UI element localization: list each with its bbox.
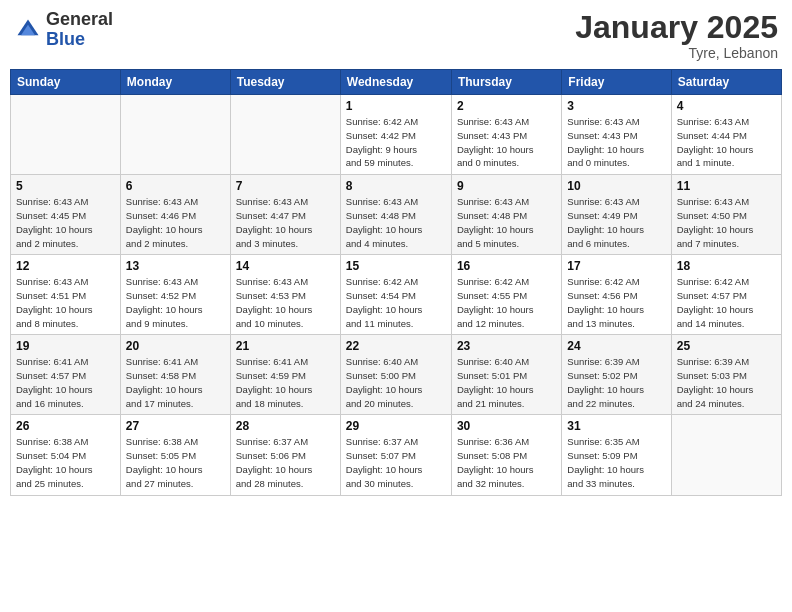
calendar-week-row: 1Sunrise: 6:42 AMSunset: 4:42 PMDaylight… bbox=[11, 95, 782, 175]
weekday-header-monday: Monday bbox=[120, 70, 230, 95]
calendar-cell: 9Sunrise: 6:43 AMSunset: 4:48 PMDaylight… bbox=[451, 175, 561, 255]
day-number: 18 bbox=[677, 259, 776, 273]
day-number: 4 bbox=[677, 99, 776, 113]
calendar-cell: 19Sunrise: 6:41 AMSunset: 4:57 PMDayligh… bbox=[11, 335, 121, 415]
day-info: Sunrise: 6:40 AMSunset: 5:00 PMDaylight:… bbox=[346, 355, 446, 410]
day-info: Sunrise: 6:43 AMSunset: 4:52 PMDaylight:… bbox=[126, 275, 225, 330]
day-info: Sunrise: 6:43 AMSunset: 4:47 PMDaylight:… bbox=[236, 195, 335, 250]
calendar-cell: 8Sunrise: 6:43 AMSunset: 4:48 PMDaylight… bbox=[340, 175, 451, 255]
logo: General Blue bbox=[14, 10, 113, 50]
day-number: 13 bbox=[126, 259, 225, 273]
day-number: 1 bbox=[346, 99, 446, 113]
calendar-cell: 13Sunrise: 6:43 AMSunset: 4:52 PMDayligh… bbox=[120, 255, 230, 335]
calendar-cell: 12Sunrise: 6:43 AMSunset: 4:51 PMDayligh… bbox=[11, 255, 121, 335]
day-info: Sunrise: 6:43 AMSunset: 4:45 PMDaylight:… bbox=[16, 195, 115, 250]
calendar-cell: 20Sunrise: 6:41 AMSunset: 4:58 PMDayligh… bbox=[120, 335, 230, 415]
day-number: 31 bbox=[567, 419, 665, 433]
day-number: 3 bbox=[567, 99, 665, 113]
day-info: Sunrise: 6:41 AMSunset: 4:58 PMDaylight:… bbox=[126, 355, 225, 410]
calendar-week-row: 5Sunrise: 6:43 AMSunset: 4:45 PMDaylight… bbox=[11, 175, 782, 255]
calendar-cell: 30Sunrise: 6:36 AMSunset: 5:08 PMDayligh… bbox=[451, 415, 561, 495]
day-info: Sunrise: 6:38 AMSunset: 5:05 PMDaylight:… bbox=[126, 435, 225, 490]
calendar-cell: 21Sunrise: 6:41 AMSunset: 4:59 PMDayligh… bbox=[230, 335, 340, 415]
day-number: 14 bbox=[236, 259, 335, 273]
calendar-cell: 7Sunrise: 6:43 AMSunset: 4:47 PMDaylight… bbox=[230, 175, 340, 255]
calendar-cell bbox=[11, 95, 121, 175]
day-info: Sunrise: 6:43 AMSunset: 4:44 PMDaylight:… bbox=[677, 115, 776, 170]
day-number: 10 bbox=[567, 179, 665, 193]
day-info: Sunrise: 6:42 AMSunset: 4:55 PMDaylight:… bbox=[457, 275, 556, 330]
weekday-header-tuesday: Tuesday bbox=[230, 70, 340, 95]
calendar-cell: 28Sunrise: 6:37 AMSunset: 5:06 PMDayligh… bbox=[230, 415, 340, 495]
calendar-cell: 1Sunrise: 6:42 AMSunset: 4:42 PMDaylight… bbox=[340, 95, 451, 175]
day-info: Sunrise: 6:38 AMSunset: 5:04 PMDaylight:… bbox=[16, 435, 115, 490]
logo-general-text: General bbox=[46, 9, 113, 29]
day-number: 19 bbox=[16, 339, 115, 353]
calendar-cell: 14Sunrise: 6:43 AMSunset: 4:53 PMDayligh… bbox=[230, 255, 340, 335]
calendar-cell: 31Sunrise: 6:35 AMSunset: 5:09 PMDayligh… bbox=[562, 415, 671, 495]
calendar-cell: 18Sunrise: 6:42 AMSunset: 4:57 PMDayligh… bbox=[671, 255, 781, 335]
day-info: Sunrise: 6:43 AMSunset: 4:51 PMDaylight:… bbox=[16, 275, 115, 330]
calendar-cell: 25Sunrise: 6:39 AMSunset: 5:03 PMDayligh… bbox=[671, 335, 781, 415]
calendar-table: SundayMondayTuesdayWednesdayThursdayFrid… bbox=[10, 69, 782, 495]
weekday-header-thursday: Thursday bbox=[451, 70, 561, 95]
calendar-week-row: 19Sunrise: 6:41 AMSunset: 4:57 PMDayligh… bbox=[11, 335, 782, 415]
day-info: Sunrise: 6:43 AMSunset: 4:43 PMDaylight:… bbox=[567, 115, 665, 170]
day-number: 22 bbox=[346, 339, 446, 353]
calendar-cell: 3Sunrise: 6:43 AMSunset: 4:43 PMDaylight… bbox=[562, 95, 671, 175]
day-number: 15 bbox=[346, 259, 446, 273]
day-number: 12 bbox=[16, 259, 115, 273]
day-info: Sunrise: 6:39 AMSunset: 5:02 PMDaylight:… bbox=[567, 355, 665, 410]
page-header: General Blue January 2025 Tyre, Lebanon bbox=[10, 10, 782, 61]
day-number: 9 bbox=[457, 179, 556, 193]
calendar-cell: 16Sunrise: 6:42 AMSunset: 4:55 PMDayligh… bbox=[451, 255, 561, 335]
calendar-cell: 17Sunrise: 6:42 AMSunset: 4:56 PMDayligh… bbox=[562, 255, 671, 335]
day-info: Sunrise: 6:37 AMSunset: 5:06 PMDaylight:… bbox=[236, 435, 335, 490]
day-info: Sunrise: 6:43 AMSunset: 4:48 PMDaylight:… bbox=[457, 195, 556, 250]
calendar-cell: 2Sunrise: 6:43 AMSunset: 4:43 PMDaylight… bbox=[451, 95, 561, 175]
day-info: Sunrise: 6:42 AMSunset: 4:42 PMDaylight:… bbox=[346, 115, 446, 170]
day-info: Sunrise: 6:42 AMSunset: 4:56 PMDaylight:… bbox=[567, 275, 665, 330]
day-number: 23 bbox=[457, 339, 556, 353]
day-number: 8 bbox=[346, 179, 446, 193]
calendar-cell: 5Sunrise: 6:43 AMSunset: 4:45 PMDaylight… bbox=[11, 175, 121, 255]
day-number: 11 bbox=[677, 179, 776, 193]
day-number: 7 bbox=[236, 179, 335, 193]
calendar-cell: 6Sunrise: 6:43 AMSunset: 4:46 PMDaylight… bbox=[120, 175, 230, 255]
calendar-cell: 29Sunrise: 6:37 AMSunset: 5:07 PMDayligh… bbox=[340, 415, 451, 495]
calendar-cell bbox=[230, 95, 340, 175]
calendar-cell: 27Sunrise: 6:38 AMSunset: 5:05 PMDayligh… bbox=[120, 415, 230, 495]
location: Tyre, Lebanon bbox=[575, 45, 778, 61]
day-info: Sunrise: 6:36 AMSunset: 5:08 PMDaylight:… bbox=[457, 435, 556, 490]
day-info: Sunrise: 6:41 AMSunset: 4:59 PMDaylight:… bbox=[236, 355, 335, 410]
calendar-cell: 4Sunrise: 6:43 AMSunset: 4:44 PMDaylight… bbox=[671, 95, 781, 175]
weekday-header-row: SundayMondayTuesdayWednesdayThursdayFrid… bbox=[11, 70, 782, 95]
calendar-cell bbox=[671, 415, 781, 495]
logo-icon bbox=[14, 16, 42, 44]
day-info: Sunrise: 6:40 AMSunset: 5:01 PMDaylight:… bbox=[457, 355, 556, 410]
weekday-header-wednesday: Wednesday bbox=[340, 70, 451, 95]
calendar-week-row: 12Sunrise: 6:43 AMSunset: 4:51 PMDayligh… bbox=[11, 255, 782, 335]
calendar-cell bbox=[120, 95, 230, 175]
day-number: 28 bbox=[236, 419, 335, 433]
weekday-header-saturday: Saturday bbox=[671, 70, 781, 95]
day-info: Sunrise: 6:43 AMSunset: 4:53 PMDaylight:… bbox=[236, 275, 335, 330]
calendar-cell: 10Sunrise: 6:43 AMSunset: 4:49 PMDayligh… bbox=[562, 175, 671, 255]
day-info: Sunrise: 6:42 AMSunset: 4:57 PMDaylight:… bbox=[677, 275, 776, 330]
logo-text: General Blue bbox=[46, 10, 113, 50]
calendar-cell: 26Sunrise: 6:38 AMSunset: 5:04 PMDayligh… bbox=[11, 415, 121, 495]
day-number: 21 bbox=[236, 339, 335, 353]
day-info: Sunrise: 6:43 AMSunset: 4:46 PMDaylight:… bbox=[126, 195, 225, 250]
day-info: Sunrise: 6:35 AMSunset: 5:09 PMDaylight:… bbox=[567, 435, 665, 490]
day-info: Sunrise: 6:43 AMSunset: 4:50 PMDaylight:… bbox=[677, 195, 776, 250]
day-number: 2 bbox=[457, 99, 556, 113]
day-info: Sunrise: 6:39 AMSunset: 5:03 PMDaylight:… bbox=[677, 355, 776, 410]
logo-blue-text: Blue bbox=[46, 29, 85, 49]
month-title: January 2025 bbox=[575, 10, 778, 45]
calendar-cell: 11Sunrise: 6:43 AMSunset: 4:50 PMDayligh… bbox=[671, 175, 781, 255]
day-number: 17 bbox=[567, 259, 665, 273]
title-block: January 2025 Tyre, Lebanon bbox=[575, 10, 778, 61]
day-number: 25 bbox=[677, 339, 776, 353]
calendar-cell: 15Sunrise: 6:42 AMSunset: 4:54 PMDayligh… bbox=[340, 255, 451, 335]
calendar-week-row: 26Sunrise: 6:38 AMSunset: 5:04 PMDayligh… bbox=[11, 415, 782, 495]
